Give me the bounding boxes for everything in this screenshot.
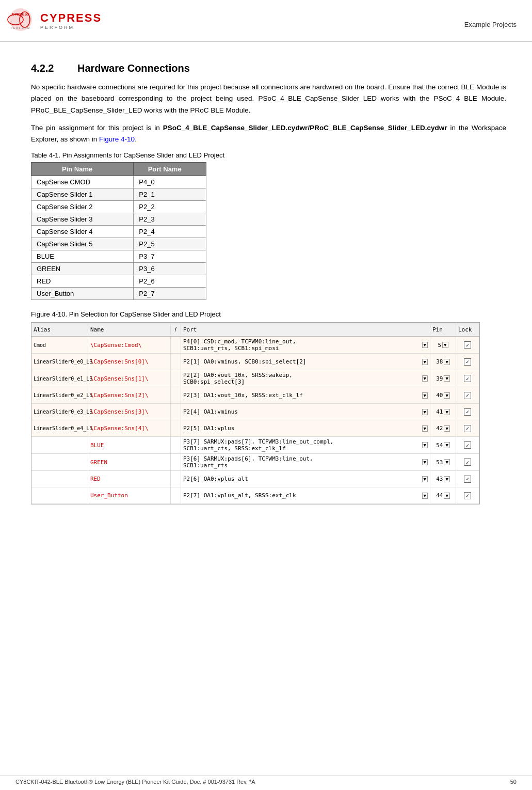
dropdown-icon[interactable]: ▼ xyxy=(422,442,428,448)
figure-col-lock: Lock xyxy=(456,324,479,335)
fig-alias xyxy=(31,487,88,503)
pin-dropdown-icon[interactable]: ▼ xyxy=(444,442,449,448)
main-content: 4.2.2 Hardware Connections No specific h… xyxy=(0,42,532,515)
fig-name: \CapSense:Sns[3]\ xyxy=(88,404,171,420)
pin-dropdown-icon[interactable]: ▼ xyxy=(444,476,449,482)
port-name-cell: P2_4 xyxy=(134,226,206,238)
fig-name: \CapSense:Sns[0]\ xyxy=(88,354,171,370)
fig-lock: ✓ xyxy=(456,337,479,353)
port-name-cell: P2_7 xyxy=(134,288,206,300)
fig-lock: ✓ xyxy=(456,454,479,470)
fig-pin: 53 ▼ xyxy=(430,454,456,470)
fig-slash xyxy=(171,471,181,487)
fig-port: P3[7] SARMUX:pads[7], TCPWM3:line_out_co… xyxy=(181,437,430,453)
figure-header-row: Alias Name / Port Pin Lock xyxy=(31,323,479,337)
lock-checkbox[interactable]: ✓ xyxy=(464,476,471,483)
fig-alias: LinearSlider0_e1_LS xyxy=(31,370,88,387)
port-name-cell: P3_6 xyxy=(134,263,206,275)
fig-lock: ✓ xyxy=(456,437,479,453)
fig-slash xyxy=(171,404,181,420)
pin-assignments-table: Pin Name Port Name CapSense CMODP4_0CapS… xyxy=(31,162,206,300)
dropdown-icon[interactable]: ▼ xyxy=(422,392,428,399)
fig-name: \CapSense:Cmod\ xyxy=(88,337,171,353)
fig-slash xyxy=(171,437,181,453)
figure-data-row: Cmod \CapSense:Cmod\ P4[0] CSD:c_mod, TC… xyxy=(31,337,479,354)
pin-dropdown-icon[interactable]: ▼ xyxy=(444,359,449,365)
pin-name-cell: GREEN xyxy=(31,263,134,275)
pin-dropdown-icon[interactable]: ▼ xyxy=(444,392,449,399)
dropdown-icon[interactable]: ▼ xyxy=(422,359,428,365)
dropdown-icon[interactable]: ▼ xyxy=(422,342,428,348)
lock-checkbox[interactable]: ✓ xyxy=(464,441,471,449)
port-name-cell: P2_3 xyxy=(134,213,206,226)
dropdown-icon[interactable]: ▼ xyxy=(422,375,428,382)
pin-dropdown-icon[interactable]: ▼ xyxy=(444,493,449,499)
lock-checkbox[interactable]: ✓ xyxy=(464,425,471,432)
fig-name: User_Button xyxy=(88,487,171,503)
fig-lock: ✓ xyxy=(456,420,479,436)
body2-prefix: The pin assignment for this project is i… xyxy=(31,124,163,132)
fig-alias: LinearSlider0_e3_LS xyxy=(31,404,88,420)
fig-slash xyxy=(171,420,181,436)
lock-checkbox[interactable]: ✓ xyxy=(464,375,471,382)
fig-name: \CapSense:Sns[4]\ xyxy=(88,420,171,436)
figure-data-row: GREEN P3[6] SARMUX:pads[6], TCPWM3:line_… xyxy=(31,454,479,471)
fig-pin: 44 ▼ xyxy=(430,487,456,503)
pin-dropdown-icon[interactable]: ▼ xyxy=(444,425,449,432)
pin-dropdown-icon[interactable]: ▼ xyxy=(442,342,448,348)
fig-port: P2[7] OA1:vplus_alt, SRSS:ext_clk ▼ xyxy=(181,487,430,503)
fig-pin: 40 ▼ xyxy=(430,387,456,403)
port-name-cell: P2_1 xyxy=(134,188,206,201)
dropdown-icon[interactable]: ▼ xyxy=(422,493,428,499)
figure-link[interactable]: Figure 4-10 xyxy=(99,135,135,143)
pin-value: 43 xyxy=(436,476,443,482)
table-row: REDP2_6 xyxy=(31,275,206,288)
lock-checkbox[interactable]: ✓ xyxy=(464,341,471,349)
pin-name-cell: CapSense CMOD xyxy=(31,176,134,188)
pin-value: 54 xyxy=(436,442,443,449)
table-row: CapSense Slider 5P2_5 xyxy=(31,238,206,250)
fig-port: P3[6] SARMUX:pads[6], TCPWM3:line_out,SC… xyxy=(181,454,430,470)
pin-dropdown-icon[interactable]: ▼ xyxy=(444,459,449,465)
fig-lock: ✓ xyxy=(456,404,479,420)
table-header-pin-name: Pin Name xyxy=(31,163,134,176)
fig-port: P2[4] OA1:vminus ▼ xyxy=(181,404,430,420)
fig-pin: 43 ▼ xyxy=(430,471,456,487)
figure-image: Alias Name / Port Pin Lock Cmod \CapSens… xyxy=(31,322,480,504)
port-name-cell: P3_7 xyxy=(134,250,206,263)
pin-dropdown-icon[interactable]: ▼ xyxy=(444,409,449,415)
fig-port: P2[6] OA0:vplus_alt ▼ xyxy=(181,471,430,487)
dropdown-icon[interactable]: ▼ xyxy=(422,409,428,415)
figure-col-port: Port xyxy=(181,324,430,335)
pin-value: 39 xyxy=(436,375,443,382)
figure-rows-container: Cmod \CapSense:Cmod\ P4[0] CSD:c_mod, TC… xyxy=(31,337,479,504)
section-heading: Hardware Connections xyxy=(77,62,190,74)
lock-checkbox[interactable]: ✓ xyxy=(464,408,471,416)
pin-name-cell: CapSense Slider 2 xyxy=(31,201,134,213)
dropdown-icon[interactable]: ▼ xyxy=(422,425,428,432)
lock-checkbox[interactable]: ✓ xyxy=(464,459,471,466)
lock-checkbox[interactable]: ✓ xyxy=(464,392,471,399)
pin-value: 38 xyxy=(436,358,443,365)
fig-pin: 38 ▼ xyxy=(430,354,456,370)
section-title: 4.2.2 Hardware Connections xyxy=(31,62,506,74)
figure-data-row: BLUE P3[7] SARMUX:pads[7], TCPWM3:line_o… xyxy=(31,437,479,454)
table-row: CapSense Slider 3P2_3 xyxy=(31,213,206,226)
figure-data-row: RED P2[6] OA0:vplus_alt ▼ 43 ▼ ✓ xyxy=(31,471,479,487)
fig-pin: 39 ▼ xyxy=(430,370,456,387)
pin-dropdown-icon[interactable]: ▼ xyxy=(444,375,449,382)
dropdown-icon[interactable]: ▼ xyxy=(422,459,428,465)
body2-bold: PSoC_4_BLE_CapSense_Slider_LED.cydwr/PRo… xyxy=(163,124,447,132)
lock-checkbox[interactable]: ✓ xyxy=(464,358,471,366)
fig-slash xyxy=(171,387,181,403)
fig-alias xyxy=(31,437,88,453)
dropdown-icon[interactable]: ▼ xyxy=(422,476,428,482)
fig-pin: 54 ▼ xyxy=(430,437,456,453)
page-header: CYPRESS PERFORM CYPRESS PERFORM Example … xyxy=(0,0,532,42)
lock-checkbox[interactable]: ✓ xyxy=(464,492,471,499)
pin-value: 44 xyxy=(436,492,443,499)
logo-area: CYPRESS PERFORM CYPRESS PERFORM xyxy=(5,5,102,36)
figure-data-row: LinearSlider0_e2_LS \CapSense:Sns[2]\ P2… xyxy=(31,387,479,404)
figure-data-row: LinearSlider0_e0_LS \CapSense:Sns[0]\ P2… xyxy=(31,354,479,370)
fig-port: P2[2] OA0:vout_10x, SRSS:wakeup,SCB0:spi… xyxy=(181,370,430,387)
